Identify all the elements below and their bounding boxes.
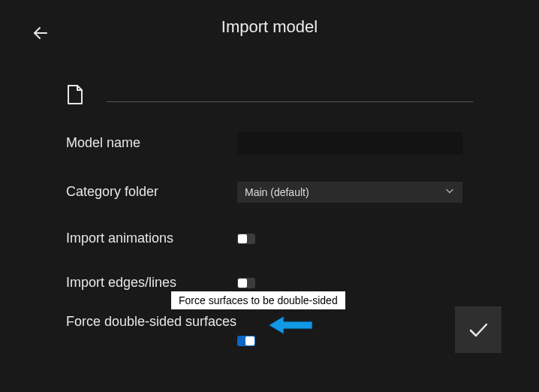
import-edges-label: Import edges/lines (66, 274, 237, 291)
model-name-row: Model name (66, 132, 473, 155)
category-folder-row: Category folder Main (default) (66, 182, 473, 203)
import-edges-toggle[interactable] (237, 278, 255, 288)
import-animations-label: Import animations (66, 230, 237, 247)
force-double-sided-tooltip: Force surfaces to be double-sided (171, 291, 345, 309)
import-animations-toggle[interactable] (237, 234, 255, 244)
dialog-header: Import model (0, 0, 539, 54)
arrow-left-icon (32, 24, 50, 42)
category-folder-select[interactable]: Main (default) (237, 182, 462, 203)
file-picker-row (66, 84, 473, 104)
import-edges-row: Import edges/lines (66, 274, 473, 291)
import-animations-row: Import animations (66, 230, 473, 247)
model-name-input[interactable] (237, 132, 462, 155)
checkmark-icon (465, 317, 491, 342)
file-icon[interactable] (66, 84, 86, 104)
dialog-title: Import model (221, 17, 318, 37)
model-name-label: Model name (66, 134, 237, 152)
category-folder-label: Category folder (66, 183, 237, 201)
force-double-sided-label: Force double-sided surfaces (66, 313, 237, 330)
category-folder-selected: Main (default) (245, 186, 309, 198)
back-button[interactable] (30, 23, 51, 44)
file-path-underline[interactable] (107, 101, 473, 102)
force-double-sided-toggle[interactable] (237, 336, 255, 346)
force-double-sided-row: Force double-sided surfaces (66, 313, 473, 346)
confirm-button[interactable] (455, 306, 501, 353)
chevron-down-icon (444, 186, 455, 199)
